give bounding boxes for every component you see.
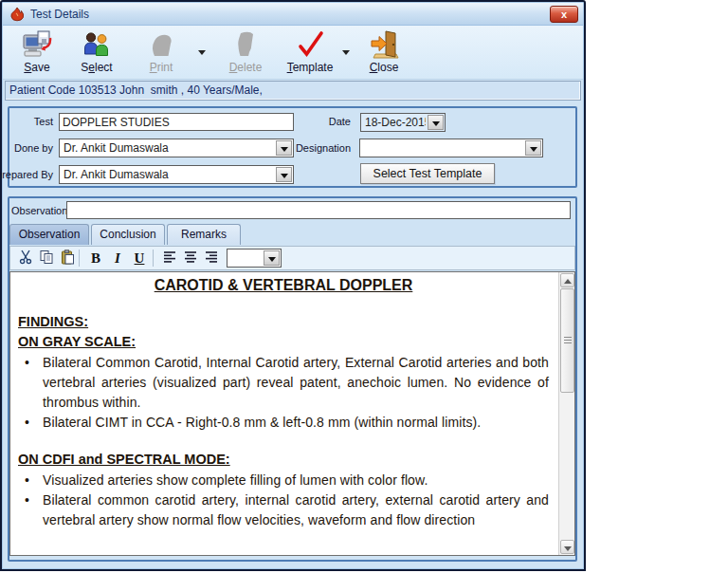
prepared-by-combo-arrow-icon[interactable] (276, 167, 292, 182)
exit-door-icon (369, 29, 399, 60)
italic-button[interactable]: I (108, 250, 127, 268)
test-input[interactable] (59, 113, 294, 131)
date-label: Date (329, 116, 351, 127)
designation-label: Designation (296, 142, 351, 154)
test-form-group: Test Date 18-Dec-2015 Done by Dr. Ankit … (8, 106, 577, 188)
date-combo[interactable]: 18-Dec-2015 (360, 113, 446, 132)
report-editor[interactable]: CAROTID & VERTEBRAL DOPPLER FINDINGS: ON… (9, 271, 575, 556)
close-button[interactable]: Close (357, 28, 410, 78)
list-item: Bilateral CIMT in CCA - Right-0.8 mm & l… (18, 413, 549, 433)
align-left-icon (162, 250, 177, 265)
save-icon (22, 29, 52, 60)
test-details-window: Test Details x Save (0, 0, 586, 571)
window-title: Test Details (30, 8, 89, 21)
cdfi-heading: ON CDFI and SPECTRAL MODE: (18, 452, 549, 467)
align-left-button[interactable] (160, 250, 179, 268)
gray-scale-heading: ON GRAY SCALE: (18, 334, 549, 349)
print-dropdown-arrow[interactable] (196, 46, 208, 58)
prepared-by-combo[interactable]: Dr. Ankit Dumaswala (59, 165, 294, 184)
font-select-combo[interactable] (227, 249, 282, 268)
template-check-icon (295, 29, 325, 60)
save-button[interactable]: Save (10, 28, 64, 78)
print-icon-disabled (146, 29, 176, 60)
cut-scissors-icon (18, 250, 33, 265)
align-right-icon (204, 250, 219, 265)
list-item: Visualized arteries show complete fillin… (18, 471, 549, 490)
copy-button[interactable] (37, 250, 56, 268)
findings-heading: FINDINGS: (18, 314, 549, 329)
scrollbar-grip (564, 337, 572, 344)
designation-combo-arrow-icon[interactable] (525, 140, 541, 156)
close-icon: x (561, 9, 567, 20)
toolbar-separator (79, 250, 80, 267)
date-combo-arrow-icon[interactable] (428, 115, 444, 130)
print-button: Print (134, 28, 189, 78)
cut-button[interactable] (16, 250, 35, 268)
toolbar-separator (153, 250, 154, 267)
template-dropdown-arrow[interactable] (340, 46, 352, 58)
tab-remarks[interactable]: Remarks (167, 224, 241, 245)
template-button[interactable]: Template (280, 28, 340, 78)
done-by-label: Done by (14, 142, 53, 154)
gray-scale-list: Bilateral Common Carotid, Internal Carot… (18, 353, 549, 433)
scrollbar-thumb[interactable] (560, 288, 574, 393)
main-toolbar: Save Select Print Delete (3, 26, 583, 80)
designation-combo[interactable] (359, 139, 543, 157)
prepared-by-label: Prepared By (0, 169, 53, 180)
align-center-icon (183, 250, 198, 265)
tab-conclusion[interactable]: Conclusion (91, 224, 165, 245)
patient-info-bar: Patient Code 103513 John smith , 40 Year… (5, 81, 581, 101)
scroll-up-icon[interactable] (560, 273, 574, 287)
app-icon (9, 7, 25, 22)
bold-button[interactable]: B (86, 250, 105, 268)
font-combo-arrow-icon[interactable] (264, 250, 280, 266)
titlebar: Test Details x (3, 3, 583, 26)
report-title: CAROTID & VERTEBRAL DOPPLER (18, 277, 549, 294)
underline-button[interactable]: U (130, 250, 149, 268)
paste-button[interactable] (58, 250, 77, 268)
report-group: Observations Observation Conclusion Rema… (8, 196, 577, 562)
observations-input[interactable] (66, 201, 571, 219)
list-item: Bilateral Common Carotid, Internal Carot… (18, 353, 549, 413)
scroll-down-icon[interactable] (560, 540, 574, 554)
delete-label: D (229, 61, 238, 74)
paste-clipboard-icon (60, 250, 75, 265)
cdfi-list: Visualized arteries show complete fillin… (18, 471, 549, 530)
align-center-button[interactable] (181, 250, 200, 268)
select-test-template-button[interactable]: Select Test Template (360, 163, 495, 184)
delete-icon-disabled (230, 29, 261, 60)
tab-observation[interactable]: Observation (9, 224, 89, 245)
list-item: Bilateral common carotid artery, interna… (18, 490, 549, 530)
delete-button: Delete (217, 28, 274, 78)
test-label: Test (34, 116, 53, 127)
select-users-icon (82, 29, 112, 60)
copy-icon (39, 250, 54, 265)
align-right-button[interactable] (202, 250, 221, 268)
observations-label: Observations (11, 205, 73, 216)
window-close-button[interactable]: x (550, 6, 578, 23)
select-button[interactable]: Select (67, 28, 126, 78)
done-by-combo-arrow-icon[interactable] (276, 140, 292, 156)
editor-scrollbar[interactable] (558, 272, 574, 555)
print-label: P (150, 61, 157, 74)
format-toolbar: B I U (9, 246, 575, 270)
report-text: CAROTID & VERTEBRAL DOPPLER FINDINGS: ON… (10, 272, 556, 555)
done-by-combo[interactable]: Dr. Ankit Dumaswala (59, 139, 294, 157)
